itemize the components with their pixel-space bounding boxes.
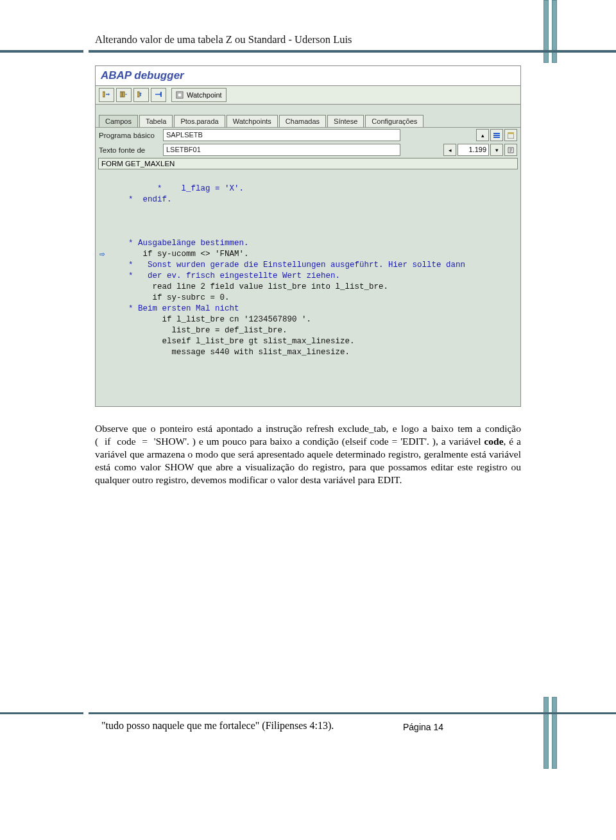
toolbar-button-step-over[interactable] [116, 88, 132, 102]
sap-tabs: Campos Tabela Ptos.parada Watchpoints Ch… [96, 111, 520, 128]
watchpoint-label: Watchpoint [187, 91, 222, 99]
svg-rect-9 [493, 133, 500, 134]
tab-watchpoints[interactable]: Watchpoints [227, 115, 278, 127]
toolbar-separator [168, 89, 169, 101]
code-pane: ⇨ * l_flag = 'X'. * endif. * Ausgabeläng… [96, 170, 520, 406]
svg-rect-2 [123, 92, 124, 97]
page-header-title: Alterando valor de uma tabela Z ou Stand… [95, 33, 352, 46]
svg-rect-7 [493, 135, 500, 136]
program-field[interactable]: SAPLSETB [163, 129, 400, 141]
toolbar-button-step-out[interactable] [133, 88, 149, 102]
header-ornament-bar [543, 0, 549, 63]
footer-quote: "tudo posso naquele que me fortalece" (F… [101, 720, 334, 732]
sap-debugger-window: ABAP debugger Watchpoint Campos Tabela P… [95, 65, 521, 407]
sap-toolbar: Watchpoint [96, 86, 520, 105]
source-field[interactable]: LSETBF01 [163, 144, 400, 156]
page-indicator[interactable]: 1.199 [458, 144, 489, 156]
toolbar-button-step-into[interactable] [99, 88, 114, 102]
tab-chamadas[interactable]: Chamadas [279, 115, 326, 127]
pointer-arrow-icon: ⇨ [99, 249, 105, 260]
toolbar-button-continue[interactable] [151, 88, 166, 102]
svg-rect-0 [103, 92, 105, 97]
form-name-box: FORM GET_MAXLEN [98, 158, 518, 169]
svg-rect-1 [120, 92, 122, 97]
svg-rect-11 [508, 132, 514, 134]
watchpoint-icon [176, 91, 184, 99]
nav-up-button[interactable]: ▴ [476, 129, 489, 141]
svg-rect-4 [160, 92, 162, 97]
watchpoint-button[interactable]: Watchpoint [171, 88, 227, 102]
footer-rule [89, 712, 616, 714]
header-ornament-bar [552, 0, 557, 63]
body-paragraph: Observe que o ponteiro está apontado a i… [95, 422, 521, 486]
nav-down-button[interactable]: ▾ [490, 144, 503, 156]
footer-ornament-bar [543, 697, 549, 769]
footer-rule [0, 712, 83, 714]
nav-left-button[interactable]: ◂ [443, 144, 456, 156]
svg-rect-8 [493, 137, 500, 138]
svg-rect-6 [178, 93, 182, 97]
program-controls: Programa básico SAPLSETB ▴ Texto fonte d… [96, 128, 520, 157]
footer-ornament-bar [552, 697, 557, 769]
svg-rect-3 [137, 92, 139, 97]
tab-tabela[interactable]: Tabela [139, 115, 173, 127]
header-rule [89, 50, 616, 53]
page-footer: "tudo posso naquele que me fortalece" (F… [0, 692, 616, 769]
tab-ptos-parada[interactable]: Ptos.parada [174, 115, 225, 127]
tab-sintese[interactable]: Síntese [327, 115, 364, 127]
sap-title: ABAP debugger [96, 66, 520, 86]
nav-stack-button[interactable] [490, 129, 503, 141]
program-label: Programa básico [99, 132, 163, 139]
nav-editor-button[interactable] [504, 144, 517, 156]
tab-configuracoes[interactable]: Configurações [365, 115, 424, 127]
header-rule [0, 50, 83, 53]
nav-layout-button[interactable] [504, 129, 517, 141]
footer-page-number: Página 14 [403, 722, 443, 732]
tab-campos[interactable]: Campos [99, 115, 138, 127]
source-label: Texto fonte de [99, 146, 163, 154]
page-content: ABAP debugger Watchpoint Campos Tabela P… [0, 59, 616, 499]
page-header: Alterando valor de uma tabela Z ou Stand… [0, 0, 616, 59]
